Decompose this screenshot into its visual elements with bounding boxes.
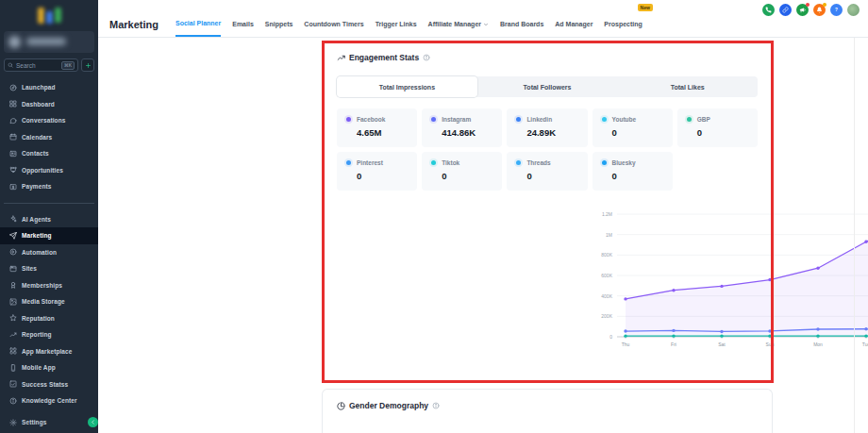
platform-label: Tiktok	[442, 159, 459, 166]
sidebar-item-label: Payments	[22, 183, 52, 190]
tab-snippets[interactable]: Snippets	[265, 11, 293, 37]
notification-dot	[806, 3, 810, 7]
platform-dot	[516, 117, 521, 122]
svg-text:1M: 1M	[606, 232, 612, 238]
scrollbar-track[interactable]	[854, 38, 855, 433]
tab-prospecting[interactable]: Prospecting New	[604, 11, 642, 37]
sidebar-divider	[4, 203, 94, 204]
topbar-button-link-icon[interactable]	[779, 4, 792, 16]
conversations-icon	[9, 117, 17, 125]
platform-dot	[346, 117, 351, 122]
sidebar-collapse-button[interactable]	[88, 417, 98, 427]
sidebar-item-payments[interactable]: Payments	[0, 178, 98, 195]
bell-icon	[816, 7, 823, 13]
metric-tab-label: Total Likes	[671, 84, 705, 91]
topbar-button-help-icon[interactable]: ?	[830, 4, 843, 16]
link-icon	[782, 7, 789, 13]
success-icon	[9, 380, 17, 388]
platform-value: 414.86K	[442, 127, 502, 138]
tab-brand-boards[interactable]: Brand Boards	[500, 11, 543, 37]
tab-social-planner[interactable]: Social Planner	[175, 11, 221, 37]
search-icon	[8, 62, 13, 68]
sidebar-item-memberships[interactable]: Memberships	[0, 277, 98, 294]
engagement-stats-panel: Engagement Stats Total Impressions Total…	[322, 41, 773, 382]
tab-trigger-links[interactable]: Trigger Links	[376, 11, 417, 37]
topbar-tabs: Social Planner Emails Snippets Countdown…	[175, 11, 643, 37]
tab-label: Social Planner	[175, 20, 221, 26]
sidebar-item-media-storage[interactable]: Media Storage	[0, 293, 98, 310]
metric-tab-total-followers[interactable]: Total Followers	[477, 76, 618, 97]
platform-dot	[516, 160, 521, 165]
tab-label: Countdown Timers	[304, 21, 363, 27]
sidebar-item-conversations[interactable]: Conversations	[0, 112, 98, 129]
metric-tab-total-impressions[interactable]: Total Impressions	[337, 76, 477, 97]
tab-affiliate-manager[interactable]: Affiliate Manager	[428, 11, 489, 37]
sidebar-item-settings[interactable]: Settings	[0, 414, 98, 431]
platform-value: 4.65M	[357, 127, 417, 138]
account-switcher[interactable]	[4, 31, 94, 53]
phone-icon	[765, 7, 772, 13]
account-avatar-redacted	[8, 36, 21, 48]
sidebar-item-knowledge-center[interactable]: Knowledge Center	[0, 392, 98, 409]
sidebar-item-success-statss[interactable]: Success Statss	[0, 376, 98, 393]
search-shortcut-badge: ⌘K	[61, 61, 75, 70]
topbar-button-megaphone-icon[interactable]	[796, 4, 809, 16]
svg-text:Fri: Fri	[671, 341, 676, 347]
sidebar-item-label: Automation	[22, 249, 57, 256]
app-logo[interactable]	[0, 3, 98, 27]
sidebar-item-marketing[interactable]: Marketing	[0, 227, 98, 244]
platform-value: 0	[357, 171, 417, 181]
tab-emails[interactable]: Emails	[232, 11, 254, 37]
topbar-button-bell-icon[interactable]	[813, 4, 826, 16]
sidebar-item-ai-agents[interactable]: AI Agents	[0, 211, 98, 228]
memberships-icon	[9, 281, 17, 289]
reputation-icon	[9, 314, 17, 322]
account-name-redacted	[26, 38, 66, 45]
platform-label: Facebook	[357, 116, 385, 123]
sidebar-item-opportunities[interactable]: Opportunities	[0, 162, 98, 179]
svg-text:600K: 600K	[601, 273, 612, 278]
sidebar-item-label: App Marketplace	[22, 348, 73, 355]
sidebar-item-mobile-app[interactable]: Mobile App	[0, 359, 98, 376]
trend-icon	[337, 54, 345, 62]
user-avatar[interactable]	[847, 4, 860, 16]
sidebar-item-reputation[interactable]: Reputation	[0, 310, 98, 327]
sidebar: Search ⌘K Launchpad Dashboard Conversati…	[0, 0, 98, 433]
metric-tab-total-likes[interactable]: Total Likes	[617, 76, 758, 97]
gender-info-icon[interactable]	[432, 402, 440, 409]
tab-ad-manager[interactable]: Ad Manager	[555, 11, 593, 37]
search-input[interactable]: Search ⌘K	[4, 58, 78, 72]
automation-icon	[9, 248, 17, 256]
platform-value: 0	[612, 171, 673, 181]
svg-text:1.2M: 1.2M	[602, 211, 612, 217]
dashboard-icon	[9, 100, 17, 108]
topbar-icon-buttons: ?	[762, 4, 843, 16]
platform-label: Bluesky	[612, 159, 636, 166]
sidebar-item-label: Success Statss	[22, 381, 68, 388]
svg-text:0: 0	[609, 334, 612, 340]
tab-countdown-timers[interactable]: Countdown Timers	[304, 11, 363, 37]
quick-add-button[interactable]	[81, 58, 94, 72]
megaphone-icon	[799, 7, 806, 13]
platform-stat-cards: Facebook 4.65M Instagram 414.86K	[337, 108, 758, 191]
help-icon: ?	[833, 7, 840, 13]
sites-icon	[9, 265, 17, 273]
sidebar-item-launchpad[interactable]: Launchpad	[0, 79, 98, 96]
platform-dot	[431, 117, 436, 122]
sidebar-item-dashboard[interactable]: Dashboard	[0, 96, 98, 113]
sidebar-item-automation[interactable]: Automation	[0, 244, 98, 261]
platform-dot	[602, 160, 607, 165]
search-placeholder: Search	[16, 62, 36, 69]
sidebar-item-reporting[interactable]: Reporting	[0, 326, 98, 343]
sidebar-item-label: Marketing	[22, 232, 52, 239]
stat-card-bluesky: Bluesky 0	[593, 152, 673, 191]
sidebar-item-label: Settings	[22, 419, 46, 425]
platform-dot	[346, 160, 351, 165]
sidebar-item-calendars[interactable]: Calendars	[0, 129, 98, 146]
sidebar-item-sites[interactable]: Sites	[0, 260, 98, 277]
topbar-button-phone-icon[interactable]	[762, 4, 775, 16]
sidebar-item-app-marketplace[interactable]: App Marketplace	[0, 343, 98, 360]
tab-label: Prospecting	[604, 21, 642, 27]
sidebar-item-contacts[interactable]: Contacts	[0, 145, 98, 162]
engagement-info-icon[interactable]	[423, 54, 430, 61]
